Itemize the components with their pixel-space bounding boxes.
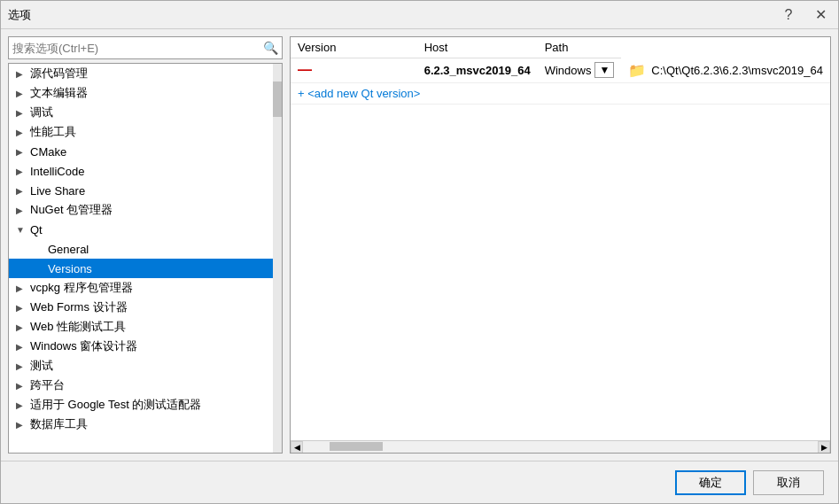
title-bar: 选项 ? ✕ [1, 1, 838, 29]
tree-label-test: 测试 [30, 358, 273, 374]
col-version: Version [291, 37, 417, 58]
tree-item-liveshare[interactable]: ▶Live Share [9, 181, 273, 200]
tree-label-nuget: NuGet 包管理器 [30, 202, 273, 218]
tree-arrow-webperf: ▶ [16, 322, 30, 332]
tree-arrow-vcpkg: ▶ [16, 283, 30, 293]
tree-item-cmake[interactable]: ▶CMake [9, 142, 273, 161]
tree-arrow-webforms: ▶ [16, 303, 30, 313]
scroll-thumb-h[interactable] [330, 442, 383, 451]
tree-item-webperf[interactable]: ▶Web 性能测试工具 [9, 317, 273, 337]
ok-button[interactable]: 确定 [675, 470, 746, 495]
dialog-title: 选项 [8, 7, 31, 23]
close-button[interactable]: ✕ [810, 4, 831, 26]
host-label: Windows [545, 64, 592, 77]
tree-item-source[interactable]: ▶源代码管理 [9, 64, 273, 83]
tree-label-webforms: Web Forms 设计器 [30, 299, 273, 315]
tree-arrow-googletest: ▶ [16, 400, 30, 410]
tree-arrow-test: ▶ [16, 361, 30, 371]
version-indicator-cell: — [291, 58, 417, 83]
tree-label-intelli: IntelliCode [30, 165, 273, 178]
scroll-left-arrow[interactable]: ◀ [291, 441, 303, 454]
tree-label-crossplat: 跨平台 [30, 377, 273, 393]
cancel-button[interactable]: 取消 [753, 470, 824, 495]
tree-arrow-crossplat: ▶ [16, 381, 30, 391]
tree-arrow-perf: ▶ [16, 128, 30, 137]
tree-item-vcpkg[interactable]: ▶vcpkg 程序包管理器 [9, 278, 273, 298]
tree-item-perf[interactable]: ▶性能工具 [9, 122, 273, 142]
content-area: 🔍 ▶源代码管理▶文本编辑器▶调试▶性能工具▶CMake▶IntelliCode… [1, 29, 838, 461]
tree-arrow-cmake: ▶ [16, 147, 30, 157]
title-controls: ? ✕ [778, 4, 831, 26]
search-input[interactable] [12, 42, 263, 55]
bottom-bar: 确定 取消 [1, 461, 838, 503]
tree-label-googletest: 适用于 Google Test 的测试适配器 [30, 397, 273, 413]
tree-list: ▶源代码管理▶文本编辑器▶调试▶性能工具▶CMake▶IntelliCode▶L… [9, 64, 273, 453]
tree-label-qt: Qt [30, 223, 273, 236]
tree-item-text-editor[interactable]: ▶文本编辑器 [9, 83, 273, 103]
path-cell: 📁C:\Qt\Qt6.2.3\6.2.3\msvc2019_64 [621, 58, 830, 83]
col-host: Host [417, 37, 538, 58]
tree-label-vcpkg: vcpkg 程序包管理器 [30, 280, 273, 296]
version-name: 6.2.3_msvc2019_64 [424, 64, 531, 77]
path-text: C:\Qt\Qt6.2.3\6.2.3\msvc2019_64 [651, 64, 823, 77]
tree-arrow-liveshare: ▶ [16, 186, 30, 196]
versions-table: Version Host Path —6.2.3_msvc2019_64Wind… [291, 37, 830, 105]
tree-item-intelli[interactable]: ▶IntelliCode [9, 161, 273, 181]
tree-label-dbtools: 数据库工具 [30, 416, 273, 432]
tree-item-qt[interactable]: ▼Qt [9, 220, 273, 239]
tree-arrow-windesigner: ▶ [16, 342, 30, 352]
tree-item-windesigner[interactable]: ▶Windows 窗体设计器 [9, 337, 273, 356]
horizontal-scrollbar[interactable]: ◀ ▶ [291, 440, 830, 453]
tree-item-googletest[interactable]: ▶适用于 Google Test 的测试适配器 [9, 395, 273, 415]
table-header-row: Version Host Path [291, 37, 830, 58]
tree-item-test[interactable]: ▶测试 [9, 356, 273, 376]
vertical-scrollbar[interactable] [273, 64, 282, 453]
right-panel: Version Host Path —6.2.3_msvc2019_64Wind… [290, 36, 831, 454]
tree-item-webforms[interactable]: ▶Web Forms 设计器 [9, 298, 273, 317]
tree-item-crossplat[interactable]: ▶跨平台 [9, 376, 273, 395]
tree-arrow-text-editor: ▶ [16, 89, 30, 98]
version-name-cell: 6.2.3_msvc2019_64 [417, 58, 538, 83]
tree-item-nuget[interactable]: ▶NuGet 包管理器 [9, 200, 273, 220]
search-box[interactable]: 🔍 [8, 36, 283, 59]
tree-item-debug[interactable]: ▶调试 [9, 103, 273, 122]
versions-content: Version Host Path —6.2.3_msvc2019_64Wind… [291, 37, 830, 440]
tree-scroll-wrapper: ▶源代码管理▶文本编辑器▶调试▶性能工具▶CMake▶IntelliCode▶L… [9, 64, 282, 453]
scroll-track[interactable] [303, 441, 818, 453]
tree-arrow-dbtools: ▶ [16, 420, 30, 430]
tree-arrow-intelli: ▶ [16, 167, 30, 176]
tree-label-liveshare: Live Share [30, 184, 273, 198]
tree-arrow-debug: ▶ [16, 108, 30, 118]
tree-arrow-nuget: ▶ [16, 205, 30, 215]
tree-label-text-editor: 文本编辑器 [30, 85, 273, 101]
left-panel: 🔍 ▶源代码管理▶文本编辑器▶调试▶性能工具▶CMake▶IntelliCode… [8, 36, 283, 454]
tree-item-dbtools[interactable]: ▶数据库工具 [9, 415, 273, 434]
tree-label-windesigner: Windows 窗体设计器 [30, 338, 273, 354]
add-version-label[interactable]: + <add new Qt version> [291, 82, 830, 104]
folder-icon: 📁 [628, 62, 646, 79]
help-button[interactable]: ? [778, 4, 799, 26]
tree-container[interactable]: ▶源代码管理▶文本编辑器▶调试▶性能工具▶CMake▶IntelliCode▶L… [8, 63, 283, 454]
options-dialog: 选项 ? ✕ 🔍 ▶源代码管理▶文本编辑器▶调试▶性能工具▶CMake▶Inte… [0, 0, 839, 504]
host-cell[interactable]: Windows▼ [538, 58, 622, 83]
tree-item-qt-versions[interactable]: Versions [9, 259, 273, 278]
tree-label-perf: 性能工具 [30, 124, 273, 140]
host-dropdown[interactable]: ▼ [594, 62, 614, 78]
search-icon: 🔍 [263, 41, 278, 55]
tree-label-qt-general: General [48, 243, 273, 256]
table-row[interactable]: —6.2.3_msvc2019_64Windows▼📁C:\Qt\Qt6.2.3… [291, 58, 830, 83]
scroll-right-arrow[interactable]: ▶ [818, 441, 830, 454]
tree-arrow-source: ▶ [16, 69, 30, 79]
tree-label-webperf: Web 性能测试工具 [30, 319, 273, 335]
tree-label-cmake: CMake [30, 145, 273, 159]
scrollbar-thumb[interactable] [273, 81, 282, 117]
col-path: Path [538, 37, 622, 58]
version-indicator: — [298, 62, 312, 77]
tree-item-qt-general[interactable]: General [9, 239, 273, 259]
dropdown-arrow-icon: ▼ [599, 64, 610, 76]
add-version-row[interactable]: + <add new Qt version> [291, 82, 830, 104]
tree-label-qt-versions: Versions [48, 262, 273, 275]
tree-arrow-qt: ▼ [16, 225, 30, 235]
tree-label-debug: 调试 [30, 105, 273, 120]
tree-label-source: 源代码管理 [30, 66, 273, 81]
